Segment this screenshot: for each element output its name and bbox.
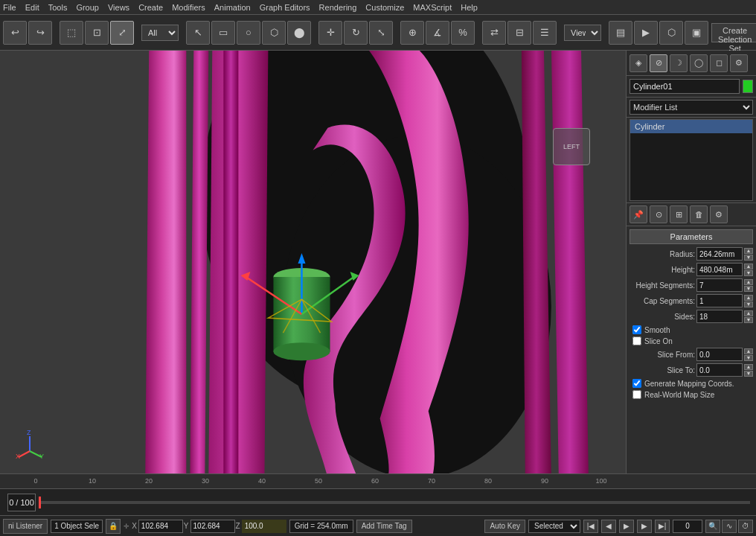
object-color-swatch[interactable]: [743, 80, 753, 93]
quick-render-button[interactable]: ▶: [634, 21, 658, 45]
y-input[interactable]: [190, 520, 235, 533]
menu-tools[interactable]: Tools: [48, 3, 68, 12]
slice-on-checkbox[interactable]: [632, 336, 641, 345]
select-object-button[interactable]: ⬚: [60, 21, 83, 45]
slice-to-input[interactable]: [696, 363, 743, 377]
cap-seg-up-button[interactable]: ▲: [744, 295, 753, 301]
menu-edit[interactable]: Edit: [25, 3, 39, 12]
radius-up-button[interactable]: ▲: [744, 248, 753, 254]
height-seg-up-button[interactable]: ▲: [744, 279, 753, 285]
create-panel-tab[interactable]: ◈: [630, 54, 647, 72]
rotate-button[interactable]: ↻: [344, 21, 368, 45]
show-end-result-button[interactable]: ⊙: [650, 205, 667, 223]
create-selection-set-button[interactable]: Create Selection Set: [711, 23, 756, 42]
parameters-header[interactable]: Parameters: [630, 229, 753, 244]
menu-customize[interactable]: Customize: [365, 3, 404, 12]
radius-down-button[interactable]: ▼: [744, 255, 753, 261]
menu-graph-editors[interactable]: Graph Editors: [260, 3, 310, 12]
smooth-checkbox[interactable]: [632, 325, 641, 334]
select-paint-button[interactable]: ⬤: [287, 21, 311, 45]
mini-curve-button[interactable]: ∿: [722, 520, 737, 533]
menu-animation[interactable]: Animation: [214, 3, 251, 12]
height-down-button[interactable]: ▼: [744, 270, 753, 276]
cap-seg-input[interactable]: [696, 294, 743, 307]
slice-from-down-button[interactable]: ▼: [744, 355, 753, 361]
render-frame-button[interactable]: ▣: [685, 21, 708, 45]
timeline-track[interactable]: 0 / 100: [0, 489, 756, 515]
go-to-end-button[interactable]: ▶|: [655, 520, 670, 533]
pin-stack-button[interactable]: 📌: [630, 205, 647, 223]
menu-create[interactable]: Create: [138, 3, 163, 12]
render-scene-button[interactable]: ▤: [609, 21, 632, 45]
slice-from-input[interactable]: [696, 348, 743, 361]
scale-button[interactable]: ⤡: [369, 21, 393, 45]
modifier-stack[interactable]: Cylinder: [630, 119, 753, 201]
modifier-stack-item[interactable]: Cylinder: [630, 120, 752, 133]
height-up-button[interactable]: ▲: [744, 264, 753, 269]
listener-button[interactable]: ni Listener: [3, 519, 48, 534]
search-button[interactable]: 🔍: [705, 520, 720, 533]
viewport-gizmo[interactable]: LEFT: [553, 128, 590, 165]
modify-panel-tab[interactable]: ⊘: [650, 54, 667, 72]
play-animation-button[interactable]: ▶: [619, 520, 634, 533]
slice-to-up-button[interactable]: ▲: [744, 364, 753, 370]
height-seg-input[interactable]: [696, 278, 743, 292]
radius-input[interactable]: [696, 247, 743, 261]
menu-help[interactable]: Help: [461, 3, 478, 12]
height-seg-down-button[interactable]: ▼: [744, 286, 753, 292]
lock-selection-button[interactable]: 🔒: [106, 519, 121, 534]
menu-rendering[interactable]: Rendering: [319, 3, 357, 12]
remove-modifier-button[interactable]: 🗑: [690, 205, 708, 223]
utilities-panel-tab[interactable]: ⚙: [730, 54, 748, 72]
material-editor-button[interactable]: ⬡: [659, 21, 683, 45]
snap-percent-button[interactable]: %: [451, 21, 475, 45]
align-button[interactable]: ⊟: [507, 21, 531, 45]
select-region2-button[interactable]: ▭: [211, 21, 235, 45]
select-region-button[interactable]: ⊡: [85, 21, 109, 45]
display-panel-tab[interactable]: ◻: [710, 54, 728, 72]
undo-button[interactable]: ↩: [3, 21, 27, 45]
auto-key-button[interactable]: Auto Key: [484, 520, 525, 533]
sides-input[interactable]: [696, 310, 743, 323]
select-scale-button[interactable]: ⤢: [110, 21, 134, 45]
selected-set-dropdown[interactable]: Selected: [528, 520, 580, 533]
menu-views[interactable]: Views: [108, 3, 129, 12]
height-input[interactable]: [696, 263, 743, 276]
select-pointer-button[interactable]: ↖: [186, 21, 210, 45]
slice-from-up-button[interactable]: ▲: [744, 348, 753, 354]
sides-up-button[interactable]: ▲: [744, 310, 753, 316]
next-frame-button[interactable]: ▶: [637, 520, 652, 533]
cap-seg-down-button[interactable]: ▼: [744, 302, 753, 307]
move-button[interactable]: ✛: [318, 21, 342, 45]
z-input[interactable]: [242, 520, 286, 533]
time-config-button[interactable]: ⏱: [738, 520, 753, 533]
snap-angle-button[interactable]: ∡: [426, 21, 449, 45]
select-lasso-button[interactable]: ○: [237, 21, 260, 45]
selection-filter-dropdown[interactable]: All: [141, 25, 179, 41]
gen-mapping-checkbox[interactable]: [632, 379, 641, 388]
viewport[interactable]: Perspective: [0, 51, 626, 473]
mirror-button[interactable]: ⇄: [482, 21, 506, 45]
layer-manager-button[interactable]: ☰: [533, 21, 557, 45]
view-mode-dropdown[interactable]: View: [564, 25, 601, 41]
x-input[interactable]: [138, 520, 183, 533]
object-name-input[interactable]: [630, 79, 740, 94]
menu-file[interactable]: File: [3, 3, 16, 12]
go-to-start-button[interactable]: |◀: [583, 520, 598, 533]
modifier-list-dropdown[interactable]: Modifier List: [630, 100, 753, 115]
motion-panel-tab[interactable]: ◯: [690, 54, 708, 72]
realworld-checkbox[interactable]: [632, 390, 641, 399]
hierarchy-panel-tab[interactable]: ☽: [670, 54, 688, 72]
prev-frame-button[interactable]: ◀: [601, 520, 616, 533]
configure-button[interactable]: ⚙: [710, 205, 728, 223]
timeline-scrubber[interactable]: [39, 501, 750, 504]
make-unique-button[interactable]: ⊞: [670, 205, 688, 223]
sides-down-button[interactable]: ▼: [744, 317, 753, 323]
add-time-tag-button[interactable]: Add Time Tag: [356, 520, 412, 533]
redo-button[interactable]: ↪: [28, 21, 52, 45]
snap-toggle-button[interactable]: ⊕: [400, 21, 424, 45]
menu-group[interactable]: Group: [76, 3, 99, 12]
menu-maxscript[interactable]: MAXScript: [413, 3, 452, 12]
select-fence-button[interactable]: ⬡: [262, 21, 286, 45]
menu-modifiers[interactable]: Modifiers: [172, 3, 205, 12]
